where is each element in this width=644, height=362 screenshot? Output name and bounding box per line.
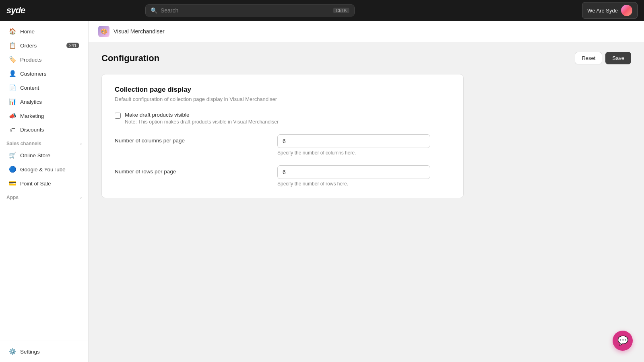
draft-products-label: Make draft products visible Note: This o… xyxy=(125,112,279,125)
content-area: Configuration Reset Save Collection page… xyxy=(89,42,644,208)
home-icon: 🏠 xyxy=(9,28,16,35)
sidebar-item-label: Analytics xyxy=(20,99,42,105)
analytics-icon: 📊 xyxy=(9,98,16,105)
card-subtitle: Default configuration of collection page… xyxy=(115,96,450,102)
products-icon: 🏷️ xyxy=(9,56,16,63)
rows-input-col: Specify the number of rows here. xyxy=(277,165,450,187)
app-icon-glyph: 🎨 xyxy=(101,28,107,35)
chat-icon: 💬 xyxy=(617,335,628,346)
topbar: syde 🔍 Ctrl K We Are Syde xyxy=(0,0,644,21)
configuration-card: Collection page display Default configur… xyxy=(101,74,464,198)
chat-fab-button[interactable]: 💬 xyxy=(613,331,633,351)
avatar xyxy=(621,5,632,16)
draft-products-checkbox-row: Make draft products visible Note: This o… xyxy=(115,112,450,125)
pos-icon: 💳 xyxy=(9,180,16,187)
layout: 🏠 Home 📋 Orders 241 🏷️ Products 👤 Custom… xyxy=(0,21,644,362)
settings-icon: ⚙️ xyxy=(9,348,16,355)
reset-button[interactable]: Reset xyxy=(575,52,602,64)
sidebar-item-customers[interactable]: 👤 Customers xyxy=(2,67,86,80)
sidebar-item-label: Orders xyxy=(20,43,37,49)
checkbox-note: Note: This option makes draft products v… xyxy=(125,119,279,125)
columns-label: Number of columns per page xyxy=(115,134,268,144)
sidebar-item-label: Point of Sale xyxy=(20,181,51,187)
chevron-right-icon: › xyxy=(80,142,82,146)
sidebar-item-label: Home xyxy=(20,29,35,35)
google-icon: 🔵 xyxy=(9,166,16,173)
app-header: 🎨 Visual Merchandiser xyxy=(89,21,644,42)
sidebar-item-home[interactable]: 🏠 Home xyxy=(2,25,86,38)
discounts-icon: 🏷 xyxy=(9,126,16,133)
search-shortcut: Ctrl K xyxy=(333,8,349,13)
sidebar: 🏠 Home 📋 Orders 241 🏷️ Products 👤 Custom… xyxy=(0,21,89,362)
online-store-icon: 🛒 xyxy=(9,152,16,159)
orders-badge: 241 xyxy=(66,43,79,48)
search-bar[interactable]: 🔍 Ctrl K xyxy=(145,4,355,16)
orders-icon: 📋 xyxy=(9,42,16,49)
sidebar-item-label: Discounts xyxy=(20,127,44,133)
search-icon: 🔍 xyxy=(151,7,157,14)
sidebar-item-discounts[interactable]: 🏷 Discounts xyxy=(2,123,86,136)
apps-section: Apps › xyxy=(0,191,88,202)
store-selector-button[interactable]: We Are Syde xyxy=(582,2,638,19)
sidebar-item-label: Online Store xyxy=(20,152,50,158)
search-input[interactable] xyxy=(161,7,330,14)
sidebar-item-analytics[interactable]: 📊 Analytics xyxy=(2,95,86,109)
app-icon: 🎨 xyxy=(98,26,109,37)
sidebar-item-online-store[interactable]: 🛒 Online Store xyxy=(2,148,86,162)
topbar-right: We Are Syde xyxy=(582,2,638,19)
draft-products-checkbox[interactable] xyxy=(115,113,121,119)
sidebar-item-products[interactable]: 🏷️ Products xyxy=(2,53,86,66)
rows-hint: Specify the number of rows here. xyxy=(277,181,450,187)
page-actions: Reset Save xyxy=(575,52,631,64)
content-icon: 📄 xyxy=(9,84,16,91)
sidebar-nav: 🏠 Home 📋 Orders 241 🏷️ Products 👤 Custom… xyxy=(0,21,88,341)
columns-per-page-row: Number of columns per page Specify the n… xyxy=(115,134,450,156)
sidebar-item-settings[interactable]: ⚙️ Settings xyxy=(2,345,86,358)
sidebar-item-content[interactable]: 📄 Content xyxy=(2,81,86,95)
sidebar-item-label: Customers xyxy=(20,71,46,77)
logo: syde xyxy=(6,5,25,16)
rows-input[interactable] xyxy=(277,165,430,179)
sidebar-item-label: Content xyxy=(20,85,39,91)
customers-icon: 👤 xyxy=(9,70,16,77)
page-title: Configuration xyxy=(101,53,159,64)
card-title: Collection page display xyxy=(115,86,450,94)
sidebar-item-marketing[interactable]: 📣 Marketing xyxy=(2,109,86,123)
save-button[interactable]: Save xyxy=(605,52,631,64)
store-name: We Are Syde xyxy=(587,8,618,14)
rows-per-page-row: Number of rows per page Specify the numb… xyxy=(115,165,450,187)
apps-label: Apps xyxy=(6,195,19,200)
app-header-title: Visual Merchandiser xyxy=(114,28,165,35)
sales-channels-label: Sales channels xyxy=(6,141,41,146)
columns-hint: Specify the number of columns here. xyxy=(277,150,450,156)
marketing-icon: 📣 xyxy=(9,112,16,119)
main-content: 🎨 Visual Merchandiser Configuration Rese… xyxy=(89,21,644,362)
checkbox-main-label: Make draft products visible xyxy=(125,112,279,118)
chevron-right-icon-apps: › xyxy=(80,195,82,200)
sales-channels-section: Sales channels › xyxy=(0,137,88,148)
columns-input[interactable] xyxy=(277,134,430,148)
sidebar-bottom: ⚙️ Settings xyxy=(0,341,88,362)
page-header: Configuration Reset Save xyxy=(101,52,631,64)
sidebar-item-label: Products xyxy=(20,57,41,63)
rows-label: Number of rows per page xyxy=(115,165,268,175)
sidebar-item-orders[interactable]: 📋 Orders 241 xyxy=(2,39,86,52)
columns-input-col: Specify the number of columns here. xyxy=(277,134,450,156)
sidebar-item-point-of-sale[interactable]: 💳 Point of Sale xyxy=(2,177,86,190)
sidebar-item-label: Google & YouTube xyxy=(20,167,66,173)
sidebar-item-label: Settings xyxy=(20,349,40,355)
sidebar-item-google-youtube[interactable]: 🔵 Google & YouTube xyxy=(2,162,86,176)
sidebar-item-label: Marketing xyxy=(20,113,44,119)
